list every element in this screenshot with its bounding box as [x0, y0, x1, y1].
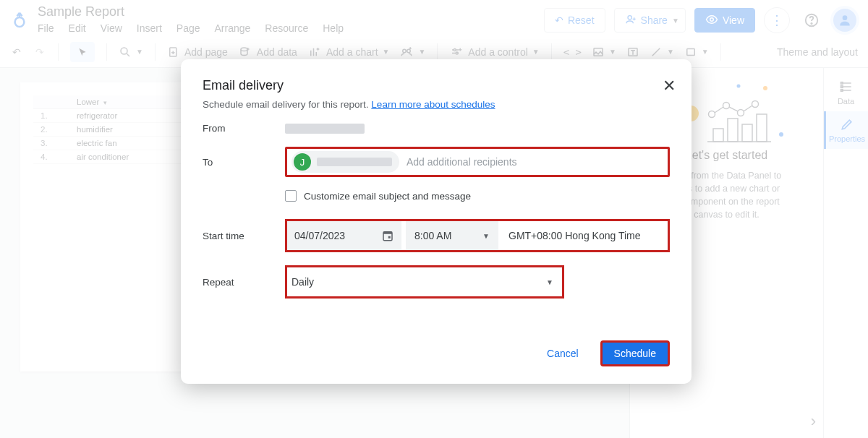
date-value: 04/07/2023	[294, 230, 345, 241]
customize-label: Customize email subject and message	[304, 191, 471, 202]
to-label: To	[203, 157, 285, 168]
timezone-display: GMT+08:00 Hong Kong Time	[498, 221, 668, 250]
from-row: From	[203, 123, 670, 134]
recipients-input[interactable]: J Add additional recipients	[285, 147, 670, 177]
repeat-value: Daily	[292, 276, 314, 288]
start-label: Start time	[203, 231, 285, 241]
calendar-icon	[381, 229, 394, 242]
learn-more-link[interactable]: Learn more about schedules	[371, 99, 495, 110]
to-row: To J Add additional recipients	[203, 147, 670, 177]
svg-rect-35	[388, 236, 391, 239]
customize-checkbox[interactable]	[285, 190, 297, 202]
repeat-select[interactable]: Daily ▼	[285, 265, 564, 299]
date-input[interactable]: 04/07/2023	[287, 221, 401, 250]
repeat-label: Repeat	[203, 277, 285, 288]
schedule-button[interactable]: Schedule	[600, 340, 670, 366]
time-input[interactable]: 8:00 AM ▼	[406, 221, 498, 250]
from-label: From	[203, 123, 285, 134]
repeat-row: Repeat Daily ▼	[203, 265, 670, 299]
recipient-chip[interactable]: J	[292, 151, 399, 173]
close-button[interactable]: ✕	[663, 77, 676, 95]
cancel-button[interactable]: Cancel	[538, 342, 587, 365]
from-value-redacted	[285, 124, 365, 134]
email-delivery-modal: ✕ Email delivery Schedule email delivery…	[181, 59, 692, 384]
start-time-group: 04/07/2023 8:00 AM ▼ GMT+08:00 Hong Kong…	[285, 219, 670, 252]
chevron-down-icon: ▼	[482, 232, 490, 240]
modal-title: Email delivery	[203, 78, 670, 93]
modal-subtitle: Schedule email delivery for this report.…	[203, 99, 670, 110]
timezone-value: GMT+08:00 Hong Kong Time	[509, 230, 641, 241]
time-value: 8:00 AM	[414, 230, 451, 241]
modal-actions: Cancel Schedule	[203, 340, 670, 366]
recipient-name-redacted	[317, 158, 392, 166]
recipient-avatar: J	[294, 153, 311, 171]
recipient-hint: Add additional recipients	[407, 156, 517, 168]
modal-form: From To J Add additional recipients Cust…	[203, 123, 670, 299]
customize-row[interactable]: Customize email subject and message	[285, 190, 670, 202]
svg-rect-34	[383, 232, 392, 234]
start-time-row: Start time 04/07/2023 8:00 AM ▼ GMT+08:0…	[203, 219, 670, 252]
chevron-down-icon: ▼	[546, 278, 553, 286]
close-icon: ✕	[663, 77, 676, 95]
